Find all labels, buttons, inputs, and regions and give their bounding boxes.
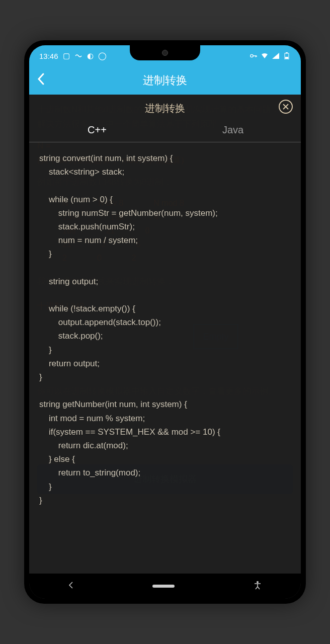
svg-point-0 <box>251 54 253 57</box>
battery-icon <box>283 52 291 60</box>
code-overlay: 进制转换 C++ Java string convert(int num, in… <box>29 95 301 574</box>
phone-frame: 13:46 ▢ ◐ ◯ 进制转换 十进制数N和其他d进制数的转换是计算机实现计算… <box>24 40 306 604</box>
wave-icon <box>74 52 82 60</box>
wifi-icon <box>261 52 269 60</box>
svg-point-4 <box>257 581 259 583</box>
notch <box>130 45 200 60</box>
content-area: 十进制数N和其他d进制数的转换是计算机实现计算的基本问题，其解决方法很多，其中一… <box>29 95 301 574</box>
signal-icon <box>272 52 280 60</box>
status-right <box>250 52 291 60</box>
code-viewer[interactable]: string convert(int num, int system) { st… <box>29 142 301 574</box>
tab-cpp[interactable]: C++ <box>29 119 165 142</box>
screen: 13:46 ▢ ◐ ◯ 进制转换 十进制数N和其他d进制数的转换是计算机实现计算… <box>29 45 301 599</box>
image-icon: ▢ <box>62 52 70 60</box>
accessibility-icon[interactable] <box>254 581 262 592</box>
app-title: 进制转换 <box>143 73 187 88</box>
nav-home-pill[interactable] <box>152 585 175 588</box>
vpn-icon <box>250 52 258 60</box>
svg-rect-3 <box>285 57 288 59</box>
tab-java[interactable]: Java <box>165 119 301 142</box>
status-time: 13:46 <box>39 52 58 60</box>
nav-back-icon[interactable] <box>68 582 73 591</box>
svg-rect-2 <box>286 52 288 53</box>
overlay-title: 进制转换 <box>145 102 185 115</box>
dnd-icon: ◐ <box>87 52 95 60</box>
circle-icon: ◯ <box>99 52 107 60</box>
app-header: 进制转换 <box>29 66 301 95</box>
back-button[interactable] <box>37 72 44 89</box>
close-button[interactable] <box>279 100 293 114</box>
front-camera <box>162 50 168 56</box>
overlay-tabs: C++ Java <box>29 119 301 142</box>
status-left: 13:46 ▢ ◐ ◯ <box>39 52 107 60</box>
nav-bar <box>29 574 301 599</box>
overlay-header: 进制转换 <box>29 95 301 119</box>
